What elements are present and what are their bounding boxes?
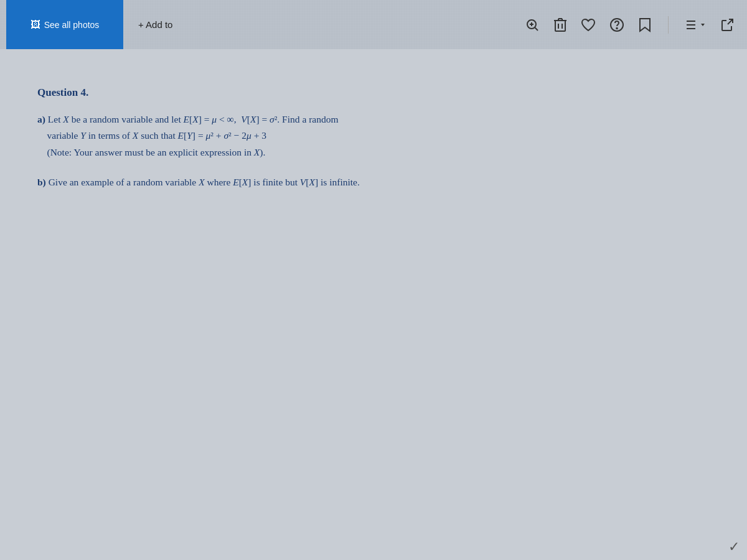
- toolbar-icons-group: [525, 16, 735, 34]
- svg-marker-17: [701, 24, 705, 26]
- question-part-b: b) Give an example of a random variable …: [37, 174, 710, 190]
- zoom-in-icon[interactable]: [525, 17, 540, 32]
- favorite-icon[interactable]: [581, 18, 596, 32]
- tag-icon[interactable]: [638, 17, 652, 32]
- svg-marker-13: [640, 19, 650, 31]
- more-options-icon[interactable]: [685, 19, 706, 31]
- checkmark-icon: ✓: [728, 539, 740, 555]
- question-heading: Question 4.: [37, 86, 710, 99]
- see-all-photos-label: See all photos: [44, 20, 100, 30]
- part-b-label: b): [37, 177, 46, 187]
- photos-icon: 🖼: [31, 19, 40, 30]
- main-content: Question 4. a) Let X be a random variabl…: [0, 49, 747, 560]
- help-icon[interactable]: [609, 17, 624, 32]
- toolbar: 🖼 See all photos + Add to: [0, 0, 747, 49]
- see-all-photos-button[interactable]: 🖼 See all photos: [6, 0, 123, 49]
- part-a-label: a): [37, 114, 45, 124]
- share-icon[interactable]: [720, 17, 735, 32]
- document-content: Question 4. a) Let X be a random variabl…: [37, 86, 710, 204]
- svg-point-12: [616, 27, 618, 29]
- svg-rect-4: [555, 21, 565, 31]
- question-part-a-text: a) Let X be a random variable and let E[…: [37, 111, 710, 161]
- toolbar-divider: [668, 16, 669, 34]
- question-part-a: a) Let X be a random variable and let E[…: [37, 111, 710, 161]
- delete-icon[interactable]: [553, 17, 567, 32]
- svg-line-3: [535, 27, 538, 30]
- add-to-label: + Add to: [138, 19, 172, 30]
- add-to-button[interactable]: + Add to: [129, 14, 181, 35]
- question-part-b-text: b) Give an example of a random variable …: [37, 174, 710, 190]
